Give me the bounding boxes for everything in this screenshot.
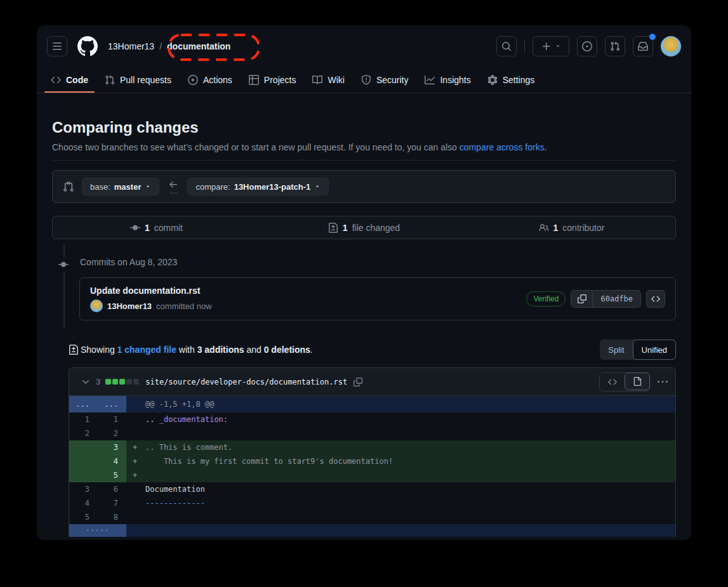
hamburger-menu-button[interactable] — [47, 36, 67, 56]
new-line-number[interactable]: 5 — [98, 468, 126, 482]
plus-icon — [541, 41, 552, 51]
file-diff-icon — [328, 223, 338, 233]
diffstat-added-square — [112, 379, 118, 385]
old-line-number[interactable]: 4 — [69, 496, 98, 510]
tab-settings[interactable]: Settings — [481, 67, 541, 93]
new-line-number[interactable]: ... — [98, 396, 126, 412]
collapse-chevron-down-icon[interactable] — [81, 377, 91, 387]
rendered-view-button[interactable] — [625, 373, 650, 390]
stat-commits[interactable]: 1 commit — [53, 223, 260, 233]
base-branch-selector[interactable]: base: master — [82, 178, 159, 195]
new-line-number[interactable]: 4 — [98, 454, 126, 468]
tab-pull-requests-label: Pull requests — [120, 75, 171, 85]
new-line-number[interactable]: 7 — [98, 496, 126, 510]
tab-settings-label: Settings — [503, 75, 535, 85]
old-line-number[interactable]: 3 — [69, 482, 98, 496]
commits-heading: Commits on Aug 8, 2023 — [52, 257, 676, 267]
tab-projects-label: Projects — [264, 75, 296, 85]
tab-security[interactable]: Security — [355, 67, 415, 93]
old-line-number[interactable]: 2 — [69, 426, 98, 440]
breadcrumb-owner[interactable]: 13Homer13 — [108, 41, 154, 51]
verified-badge[interactable]: Verified — [526, 291, 566, 307]
header-divider — [524, 40, 525, 53]
copy-icon — [578, 294, 586, 303]
commits-date-heading: Commits on Aug 8, 2023 — [80, 257, 177, 267]
old-line-number[interactable] — [69, 468, 98, 482]
base-label: base: — [90, 182, 110, 192]
tab-code[interactable]: Code — [44, 67, 95, 93]
code-segment: @@ -1,5 +1,8 @@ — [145, 400, 214, 409]
diff-sign: + — [133, 468, 145, 482]
compare-branch-selector[interactable]: compare: 13Homer13-patch-1 — [187, 178, 329, 195]
diff-row-context: 22 — [69, 426, 675, 440]
tab-insights-label: Insights — [440, 75, 470, 85]
create-new-button[interactable] — [533, 36, 569, 56]
stat-contributors[interactable]: 1 contributor — [468, 223, 675, 233]
divider-rule — [52, 160, 676, 161]
source-view-button[interactable] — [600, 373, 625, 391]
commit-author-avatar[interactable] — [90, 300, 103, 312]
old-line-number[interactable]: 1 — [69, 412, 98, 426]
new-line-number[interactable]: 8 — [98, 510, 126, 524]
commit-author[interactable]: 13Homer13 — [107, 301, 152, 311]
unified-toggle-button[interactable]: Unified — [633, 340, 676, 360]
diffstat-neutral-square — [126, 379, 132, 385]
code-line: .. _documentation: — [126, 412, 675, 426]
browse-code-button[interactable] — [646, 290, 665, 308]
new-line-number[interactable]: 6 — [98, 482, 126, 496]
commit-info: Update documentation.rst 13Homer13 commi… — [90, 286, 212, 312]
copy-sha-button[interactable] — [571, 291, 593, 307]
tab-wiki[interactable]: Wiki — [306, 67, 350, 93]
commit-actions: Verified 60adfbe — [526, 290, 665, 308]
files-summary-row: Showing 1 changed file with 3 additions … — [69, 340, 676, 360]
new-line-number[interactable]: 1 — [98, 412, 126, 426]
contributors-count: 1 — [553, 223, 559, 233]
tab-projects[interactable]: Projects — [242, 67, 303, 93]
main-content: Comparing changes Choose two branches to… — [37, 118, 691, 537]
commit-meta: 13Homer13 committed now — [90, 300, 212, 312]
changed-file-link[interactable]: 1 changed file — [117, 345, 176, 355]
new-line-number[interactable]: 2 — [98, 426, 126, 440]
play-icon — [188, 75, 198, 85]
copy-path-icon[interactable] — [354, 378, 362, 386]
commit-sha-group: 60adfbe — [571, 290, 641, 308]
compare-across-forks-link[interactable]: compare across forks — [460, 142, 545, 152]
file-path[interactable]: site/source/developer-docs/documentation… — [145, 378, 347, 386]
issues-button[interactable] — [577, 36, 597, 56]
expand-hunk-button[interactable]: ····· — [69, 524, 126, 537]
old-line-number[interactable] — [69, 440, 98, 454]
pull-requests-button[interactable] — [605, 36, 625, 56]
new-line-number[interactable]: 3 — [98, 440, 126, 454]
tab-insights[interactable]: Insights — [418, 67, 477, 93]
breadcrumb-repo[interactable]: documentation — [167, 41, 230, 51]
old-line-number[interactable] — [69, 454, 98, 468]
code-segment: Documentation — [145, 485, 205, 494]
diffstat-squares — [105, 379, 139, 385]
additions-count: 3 additions — [197, 345, 244, 355]
period-text: . — [310, 345, 313, 355]
kebab-menu-icon[interactable] — [658, 377, 668, 387]
search-icon — [501, 41, 512, 51]
git-compare-icon — [63, 181, 74, 192]
gear-icon — [487, 75, 498, 85]
old-line-number[interactable]: 5 — [69, 510, 98, 524]
commit-title-link[interactable]: Update documentation.rst — [90, 286, 212, 296]
github-logo-icon[interactable] — [77, 36, 98, 56]
page-title: Comparing changes — [52, 118, 676, 137]
diffstat-added-square — [119, 379, 125, 385]
commit-sha[interactable]: 60adfbe — [593, 291, 640, 307]
user-avatar[interactable] — [661, 36, 681, 56]
old-line-number[interactable]: ... — [69, 396, 98, 412]
diff-row-addition: 5+ — [69, 468, 675, 482]
stat-files-changed[interactable]: 1 file changed — [260, 223, 468, 233]
tab-pull-requests[interactable]: Pull requests — [98, 67, 178, 93]
table-icon — [249, 75, 259, 85]
tab-code-label: Code — [66, 75, 88, 85]
diff-file-header: 3 site/source/developer-docs/documentati… — [69, 368, 675, 396]
dropdown-caret-icon — [145, 183, 151, 190]
tab-actions[interactable]: Actions — [182, 67, 239, 93]
deletions-count: 0 deletions — [264, 345, 310, 355]
search-button[interactable] — [496, 36, 517, 56]
split-toggle-button[interactable]: Split — [600, 340, 632, 360]
header-actions — [496, 36, 681, 56]
